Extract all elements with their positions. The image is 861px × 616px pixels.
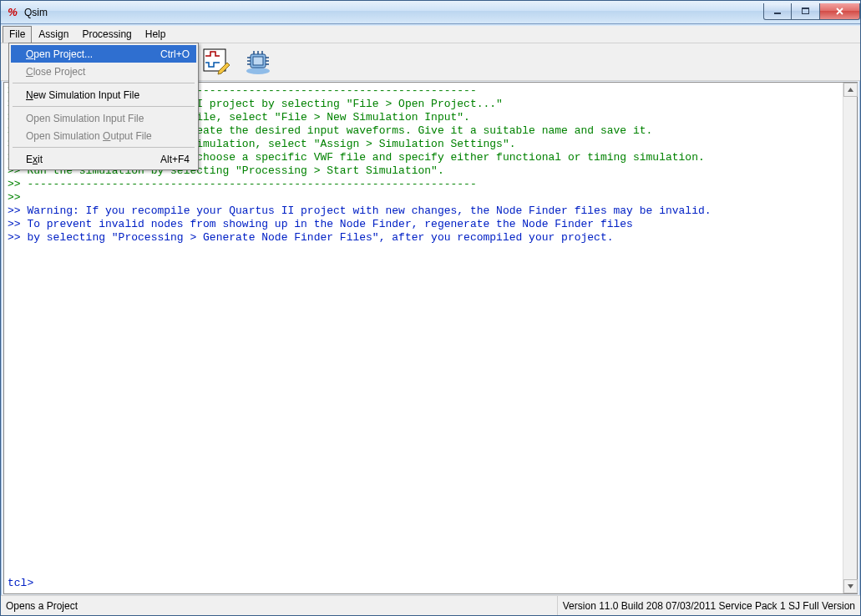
svg-rect-6 [253,57,263,65]
vertical-scrollbar[interactable] [843,83,857,593]
menu-file[interactable]: File [3,26,32,43]
svg-point-4 [246,68,270,74]
close-button[interactable] [820,3,860,20]
chevron-up-icon [847,86,854,93]
menu-assign[interactable]: Assign [32,26,75,43]
status-message: Opens a Project [6,600,78,612]
menu-open-simulation-input: Open Simulation Input File [11,109,196,127]
toolbar-chip-button[interactable] [243,47,273,77]
maximize-button[interactable] [792,3,820,20]
menu-close-project: Close Project [11,63,196,80]
minimize-icon [772,7,783,16]
tcl-prompt[interactable]: tcl> [8,577,33,590]
toolbar-waveform-button[interactable] [201,47,231,77]
menu-new-simulation-input[interactable]: New Simulation Input File [11,86,196,104]
waveform-edit-icon [202,48,230,76]
menu-open-simulation-output: Open Simulation Output File [11,127,196,144]
menu-separator [13,83,195,83]
svg-rect-2 [802,8,809,9]
menu-help[interactable]: Help [139,26,173,43]
titlebar[interactable]: % Qsim [1,1,860,24]
scroll-down-button[interactable] [843,579,858,593]
status-version: Version 11.0 Build 208 07/03/2011 Servic… [557,596,855,615]
svg-rect-0 [774,13,781,14]
chevron-down-icon [847,583,854,590]
shortcut-label: Ctrl+O [144,48,190,60]
chip-icon [244,48,272,76]
window-title: Qsim [24,7,48,18]
statusbar: Opens a Project Version 11.0 Build 208 0… [1,595,860,615]
menu-exit[interactable]: Exit Alt+F4 [11,150,196,168]
menu-separator [13,147,195,148]
menu-processing[interactable]: Processing [75,26,138,43]
app-icon: % [6,6,19,19]
menu-open-project[interactable]: Open Project... Ctrl+O [11,45,196,63]
menu-separator [13,106,195,107]
close-icon [834,7,845,16]
window-controls [763,4,860,20]
scroll-up-button[interactable] [843,83,858,97]
menubar: File Assign Processing Help [1,26,860,43]
application-window: % Qsim File Assign Processing Help [0,0,861,616]
file-menu-dropdown: Open Project... Ctrl+O Close Project New… [8,43,199,170]
shortcut-label: Alt+F4 [144,154,190,165]
maximize-icon [800,7,811,16]
minimize-button[interactable] [763,3,792,20]
